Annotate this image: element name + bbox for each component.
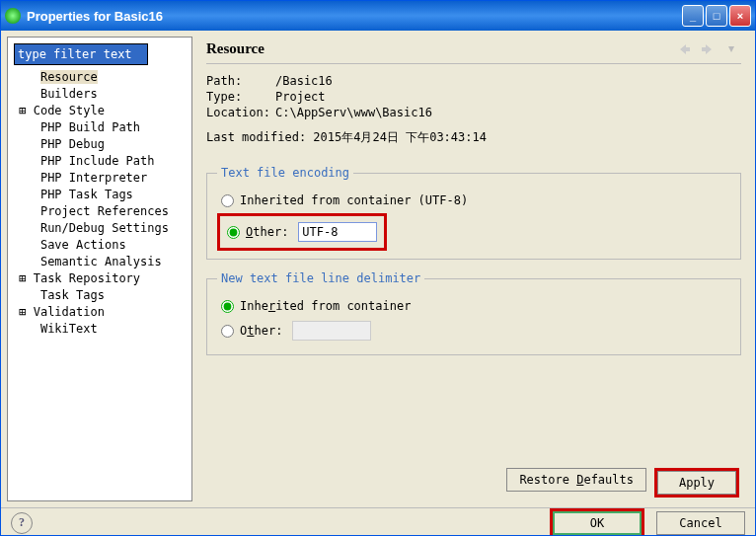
- tree-item[interactable]: PHP Interpreter: [12, 170, 191, 187]
- location-value: C:\AppServ\www\Basic16: [275, 106, 432, 119]
- app-icon: [5, 8, 21, 24]
- delimiter-group: New text file line delimiter Inherited f…: [206, 271, 741, 355]
- defaults-row: Restore Defaults Apply: [198, 460, 749, 501]
- encoding-other-row[interactable]: Other:: [223, 220, 381, 244]
- encoding-inherited-row[interactable]: Inherited from container (UTF-8): [217, 191, 730, 209]
- divider: [206, 63, 741, 64]
- minimize-button[interactable]: _: [682, 5, 704, 27]
- navigation-tree[interactable]: Resource Builders ⊞ Code Style PHP Build…: [8, 69, 191, 338]
- tree-item-resource[interactable]: Resource: [12, 69, 191, 86]
- tree-item[interactable]: ⊞ Validation: [12, 304, 191, 321]
- tree-item[interactable]: Run/Debug Settings: [12, 220, 191, 237]
- restore-defaults-button[interactable]: Restore Defaults: [506, 468, 646, 492]
- tree-item[interactable]: Task Tags: [12, 287, 191, 304]
- apply-button[interactable]: Apply: [657, 471, 736, 495]
- path-value: /Basic16: [275, 74, 333, 88]
- page-title: Resource: [206, 40, 670, 57]
- dropdown-arrow-icon[interactable]: ▾: [721, 41, 741, 57]
- navigation-tree-panel: Resource Builders ⊞ Code Style PHP Build…: [7, 37, 192, 501]
- forward-icon[interactable]: [698, 41, 718, 57]
- resource-properties: Path:/Basic16 Type:Project Location:C:\A…: [198, 70, 749, 160]
- type-label: Type:: [206, 90, 275, 104]
- maximize-button[interactable]: □: [706, 5, 727, 27]
- path-label: Path:: [206, 74, 275, 88]
- help-icon[interactable]: ?: [11, 512, 33, 534]
- delimiter-inherited-row[interactable]: Inherited from container: [217, 297, 730, 315]
- tree-item[interactable]: Save Actions: [12, 237, 191, 254]
- tree-item[interactable]: PHP Include Path: [12, 153, 191, 170]
- type-value: Project: [275, 90, 326, 104]
- bottom-bar: ? OK Cancel: [1, 507, 755, 536]
- delimiter-other-radio[interactable]: [221, 325, 234, 338]
- tree-item[interactable]: ⊞ Task Repository: [12, 270, 191, 287]
- tree-item[interactable]: Builders: [12, 86, 191, 103]
- close-button[interactable]: ×: [729, 5, 751, 27]
- ok-button[interactable]: OK: [553, 511, 642, 535]
- titlebar: Properties for Basic16 _ □ ×: [1, 1, 755, 31]
- tree-item[interactable]: PHP Task Tags: [12, 187, 191, 203]
- encoding-inherited-radio[interactable]: [221, 194, 234, 207]
- window-title: Properties for Basic16: [27, 9, 680, 24]
- tree-item[interactable]: Project References: [12, 203, 191, 220]
- cancel-button[interactable]: Cancel: [656, 511, 745, 535]
- delimiter-inherited-label: Inherited from container: [240, 299, 411, 313]
- filter-input[interactable]: [14, 43, 148, 65]
- delimiter-legend: New text file line delimiter: [217, 271, 424, 285]
- location-label: Location:: [206, 106, 275, 119]
- highlight-encoding-other: Other:: [217, 213, 387, 251]
- encoding-other-label: Other:: [246, 225, 288, 239]
- back-icon[interactable]: [674, 41, 694, 57]
- last-modified: Last modified: 2015年4月24日 下午03:43:14: [206, 129, 741, 146]
- tree-item[interactable]: ⊞ Code Style: [12, 103, 191, 119]
- encoding-dropdown[interactable]: [298, 222, 377, 242]
- tree-item[interactable]: PHP Debug: [12, 136, 191, 153]
- tree-item[interactable]: WikiText: [12, 321, 191, 338]
- main-panel: Resource ▾ Path:/Basic16 Type:Project Lo…: [198, 37, 749, 501]
- tree-item[interactable]: Semantic Analysis: [12, 254, 191, 270]
- delimiter-inherited-radio[interactable]: [221, 300, 234, 313]
- encoding-inherited-label: Inherited from container (UTF-8): [240, 193, 468, 207]
- highlight-apply: Apply: [654, 468, 739, 498]
- encoding-group: Text file encoding Inherited from contai…: [206, 166, 741, 260]
- encoding-other-radio[interactable]: [227, 226, 240, 239]
- delimiter-dropdown: [292, 321, 371, 341]
- tree-item[interactable]: PHP Build Path: [12, 119, 191, 136]
- delimiter-other-label: Other:: [240, 324, 282, 338]
- encoding-legend: Text file encoding: [217, 166, 353, 180]
- delimiter-other-row[interactable]: Other:: [217, 319, 730, 343]
- highlight-ok: OK: [550, 508, 644, 537]
